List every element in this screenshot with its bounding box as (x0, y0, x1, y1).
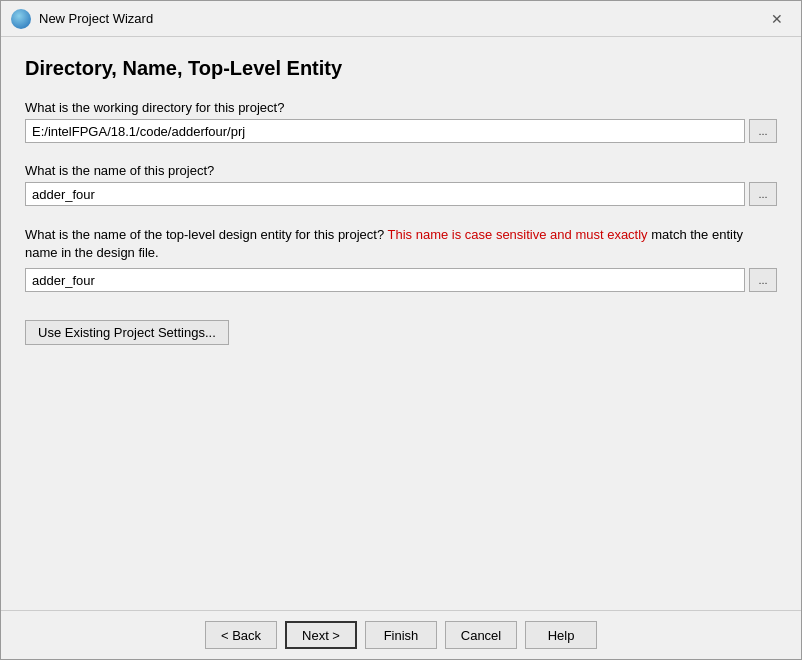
window-title: New Project Wizard (39, 11, 763, 26)
content-area: Directory, Name, Top-Level Entity What i… (1, 37, 801, 610)
name-browse-button[interactable]: ... (749, 182, 777, 206)
footer: < Back Next > Finish Cancel Help (1, 610, 801, 659)
entity-input-row: ... (25, 268, 777, 292)
cancel-button[interactable]: Cancel (445, 621, 517, 649)
page-title: Directory, Name, Top-Level Entity (25, 57, 777, 80)
name-input-row: ... (25, 182, 777, 206)
name-input[interactable] (25, 182, 745, 206)
name-label: What is the name of this project? (25, 163, 777, 178)
entity-description: What is the name of the top-level design… (25, 226, 777, 262)
name-section: What is the name of this project? ... (25, 163, 777, 216)
app-icon (11, 9, 31, 29)
title-bar: New Project Wizard ✕ (1, 1, 801, 37)
directory-input-row: ... (25, 119, 777, 143)
entity-input[interactable] (25, 268, 745, 292)
help-button[interactable]: Help (525, 621, 597, 649)
close-button[interactable]: ✕ (763, 5, 791, 33)
entity-browse-button[interactable]: ... (749, 268, 777, 292)
directory-input[interactable] (25, 119, 745, 143)
directory-browse-button[interactable]: ... (749, 119, 777, 143)
directory-section: What is the working directory for this p… (25, 100, 777, 153)
next-button[interactable]: Next > (285, 621, 357, 649)
existing-project-button[interactable]: Use Existing Project Settings... (25, 320, 229, 345)
main-window: New Project Wizard ✕ Directory, Name, To… (0, 0, 802, 660)
entity-section: What is the name of the top-level design… (25, 226, 777, 302)
directory-label: What is the working directory for this p… (25, 100, 777, 115)
finish-button[interactable]: Finish (365, 621, 437, 649)
existing-project-section: Use Existing Project Settings... (25, 312, 777, 345)
back-button[interactable]: < Back (205, 621, 277, 649)
